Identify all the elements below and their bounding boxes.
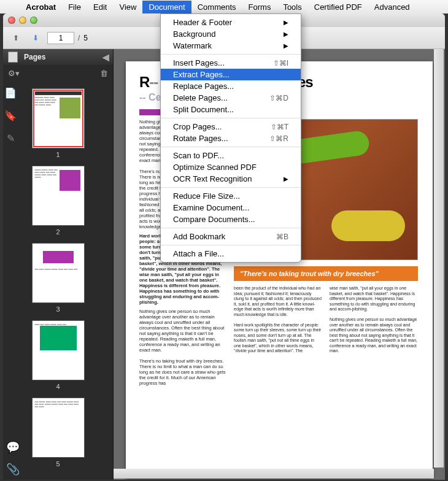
pull-quote: "There's no taking trout with dry breech… (234, 266, 418, 281)
options-gear-icon[interactable]: ⚙▾ (8, 69, 20, 78)
menu-item-insert-pages[interactable]: Insert Pages...⇧⌘I (161, 57, 301, 69)
menu-app[interactable]: Acrobat (20, 1, 62, 13)
sidebar-tools: ⚙▾ 🗑 (3, 65, 113, 81)
pages-panel-icon[interactable]: 📄 (4, 87, 17, 99)
close-panel-icon[interactable]: ◀ (102, 52, 109, 62)
trash-icon[interactable]: 🗑 (100, 69, 108, 78)
page-sep: / (78, 34, 80, 42)
thumbnail[interactable]: xxx xxxx xxxxx xxxxx xxxx xxx xxxx xxx (32, 243, 85, 303)
menu-comments[interactable]: Comments (191, 1, 242, 13)
menu-item-examine-document[interactable]: Examine Document... (161, 202, 301, 214)
next-page-icon[interactable]: ⬇ (28, 31, 44, 45)
thumbnail[interactable]: xxxxxxx xxxx xxxx xxxx xxx xxxxx xxxx xx… (32, 88, 85, 148)
menu-tools[interactable]: Tools (277, 1, 307, 13)
comments-icon[interactable]: 💬 (6, 441, 20, 454)
menu-item-ocr-text-recognition[interactable]: OCR Text Recognition▶ (161, 173, 301, 185)
thumb-label: 2 (3, 227, 113, 239)
bookmarks-panel-icon[interactable]: 🔖 (4, 110, 17, 121)
menu-item-header-footer[interactable]: Header & Footer▶ (161, 17, 301, 28)
text-column-2: been the product of the individual who h… (234, 286, 322, 354)
page-icon (8, 52, 18, 63)
document-menu-dropdown: Header & Footer▶Background▶Watermark▶Ins… (160, 13, 301, 263)
menu-item-crop-pages[interactable]: Crop Pages...⇧⌘T (161, 121, 301, 133)
vertical-scrollbar[interactable] (434, 49, 444, 468)
menu-item-compare-documents[interactable]: Compare Documents... (161, 214, 301, 225)
menu-item-replace-pages[interactable]: Replace Pages... (161, 80, 301, 92)
menu-file[interactable]: File (62, 1, 87, 13)
menu-item-attach-a-file[interactable]: Attach a File... (161, 248, 301, 260)
menu-item-delete-pages[interactable]: Delete Pages...⇧⌘D (161, 92, 301, 104)
menu-item-extract-pages[interactable]: Extract Pages... (161, 69, 301, 80)
window-zoom-icon[interactable] (30, 17, 37, 24)
pages-sidebar: Pages ◀ ⚙▾ 🗑 xxxxxxx xxxx xxxx xxxx xxx … (3, 49, 114, 480)
menu-item-rotate-pages[interactable]: Rotate Pages...⇧⌘R (161, 133, 301, 144)
thumb-label: 4 (3, 382, 113, 394)
nav-icon-column: 📄 🔖 ✎ (3, 83, 18, 144)
thumb-label: 1 (3, 150, 113, 162)
menu-forms[interactable]: Forms (242, 1, 277, 13)
window-minimize-icon[interactable] (19, 17, 26, 24)
page-total: 5 (83, 34, 88, 42)
text-column-3: wise man saith, "put all your eggs in on… (330, 286, 418, 354)
thumb-label: 3 (3, 304, 113, 317)
page-number-input[interactable] (47, 32, 74, 44)
menu-certified-pdf[interactable]: Certified PDF (308, 1, 368, 13)
sidebar-header: Pages ◀ (3, 49, 113, 65)
menu-item-reduce-file-size[interactable]: Reduce File Size... (161, 190, 301, 202)
bottom-nav-icons: 💬 📎 (6, 441, 20, 476)
menu-item-watermark[interactable]: Watermark▶ (161, 40, 301, 52)
menu-item-split-document[interactable]: Split Document... (161, 104, 301, 115)
attachments-icon[interactable]: 📎 (6, 463, 20, 476)
menu-document[interactable]: Document (142, 1, 191, 13)
thumbnail[interactable]: xxx xxxxx xxxx xxxx xxx xxxx xxxxx xxxx … (32, 398, 85, 458)
thumbnail-list[interactable]: xxxxxxx xxxx xxxx xxxx xxx xxxxx xxxx xx… (3, 81, 113, 480)
thumbnail[interactable]: xxxxx xxxxx xxxx xxx xxxx xxxx xxx xxxx … (32, 166, 85, 226)
menu-item-background[interactable]: Background▶ (161, 28, 301, 40)
sidebar-title: Pages (24, 53, 45, 61)
menu-item-optimize-scanned-pdf[interactable]: Optimize Scanned PDF (161, 161, 301, 173)
menu-advanced[interactable]: Advanced (368, 1, 416, 13)
thumbnail[interactable]: xxxx xxx xxxx xxxxx xxxx xxx (32, 320, 85, 380)
signatures-panel-icon[interactable]: ✎ (7, 133, 15, 144)
menu-item-add-bookmark[interactable]: Add Bookmark⌘B (161, 231, 301, 242)
menubar: Acrobat File Edit View Document Comments… (0, 0, 448, 13)
window-close-icon[interactable] (8, 17, 15, 24)
menu-item-scan-to-pdf[interactable]: Scan to PDF... (161, 150, 301, 161)
menu-edit[interactable]: Edit (87, 1, 113, 13)
horizontal-scrollbar[interactable] (114, 469, 434, 479)
menu-view[interactable]: View (113, 1, 142, 13)
prev-page-icon[interactable]: ⬆ (8, 31, 24, 45)
